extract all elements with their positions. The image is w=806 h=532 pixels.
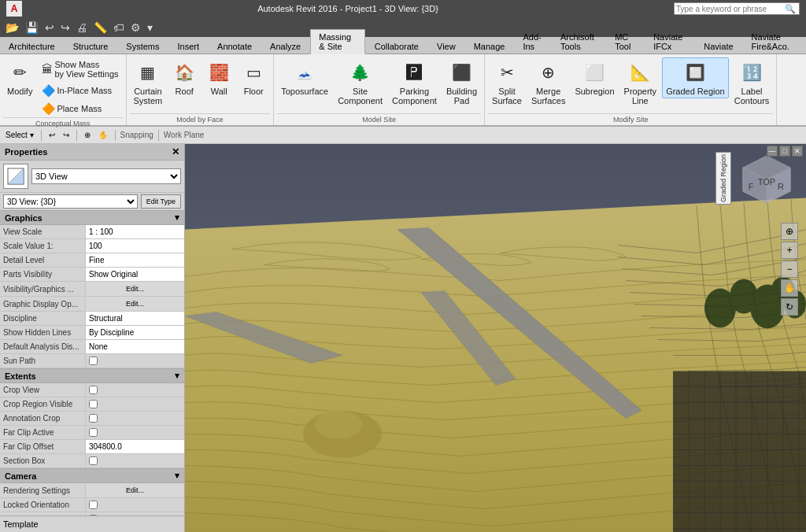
prop-detail-level: Detail Level Fine <box>0 253 184 268</box>
tab-add-ins[interactable]: Add-Ins <box>514 29 551 54</box>
tab-architecture[interactable]: Architecture <box>0 39 64 54</box>
label-contours-btn[interactable]: 🔢 LabelContours <box>730 57 774 108</box>
curtain-system-btn[interactable]: ▦ CurtainSystem <box>130 57 167 108</box>
crop-region-visible-checkbox[interactable] <box>89 400 98 408</box>
section-graphics[interactable]: Graphics ▾ <box>0 210 184 225</box>
tab-collaborate[interactable]: Collaborate <box>366 39 427 54</box>
tab-view[interactable]: View <box>428 39 464 54</box>
modify-icon: ✏ <box>7 60 32 85</box>
viewport-minimize-btn[interactable]: — <box>767 146 778 157</box>
rendering-settings-btn[interactable]: Edit... <box>86 483 184 497</box>
tab-systems[interactable]: Systems <box>117 39 168 54</box>
tab-naviate-ifcx[interactable]: Naviate IFCx <box>645 29 694 54</box>
roof-btn[interactable]: 🏠 Roof <box>168 57 201 98</box>
floor-btn[interactable]: ▭ Floor <box>237 57 270 98</box>
section-extents[interactable]: Extents ▾ <box>0 368 184 383</box>
tab-archisoft[interactable]: Archisoft Tools <box>552 29 605 54</box>
edit-type-btn[interactable]: Edit Type <box>141 194 181 209</box>
viewport-restore-btn[interactable]: □ <box>779 146 790 157</box>
merge-surfaces-btn[interactable]: ⊕ MergeSurfaces <box>527 57 569 108</box>
tab-naviate-fire[interactable]: Naviate Fire&Aco. <box>743 29 805 54</box>
far-clip-active-checkbox[interactable] <box>89 428 98 437</box>
cmd-redo[interactable]: ↪ <box>61 130 72 140</box>
prop-view-scale: View Scale 1 : 100 <box>0 225 184 239</box>
view-type-row: 3D View: {3D} Edit Type <box>0 192 184 210</box>
graded-region-btn[interactable]: 🔲 Graded Region <box>662 57 729 98</box>
qa-undo-btn[interactable]: ↩ <box>43 20 57 35</box>
subregion-btn[interactable]: ⬜ Subregion <box>571 57 618 98</box>
tab-annotate[interactable]: Annotate <box>209 39 261 54</box>
annotation-crop-checkbox[interactable] <box>89 414 98 423</box>
section-camera[interactable]: Camera ▾ <box>0 468 184 483</box>
qa-dropdown-btn[interactable]: ▾ <box>145 20 155 35</box>
qa-print-btn[interactable]: 🖨 <box>74 20 90 35</box>
zoom-to-fit-btn[interactable]: ⊕ <box>781 223 798 240</box>
tab-structure[interactable]: Structure <box>65 39 117 54</box>
locked-orientation-checkbox[interactable] <box>89 501 98 509</box>
command-bar: Select ▾ ↩ ↪ ⊕ ✋ Snapping Work Plane <box>0 127 806 144</box>
tab-analyze[interactable]: Analyze <box>261 39 309 54</box>
zoom-in-btn[interactable]: + <box>781 242 798 259</box>
in-place-mass-btn[interactable]: 🔷 In-Place Mass <box>38 82 122 99</box>
subregion-icon: ⬜ <box>582 60 607 85</box>
cmd-undo[interactable]: ↩ <box>46 130 57 140</box>
split-surface-btn[interactable]: ✂ SplitSurface <box>488 57 526 108</box>
search-icon: 🔍 <box>785 4 796 14</box>
tab-naviate[interactable]: Naviate <box>695 39 741 54</box>
section-collapse-icon: ▾ <box>175 212 179 223</box>
tab-insert[interactable]: Insert <box>169 39 209 54</box>
view-name-select[interactable]: 3D View <box>31 168 181 184</box>
svg-text:R: R <box>778 182 784 191</box>
wall-icon: 🧱 <box>206 60 231 85</box>
parking-component-btn[interactable]: 🅿 ParkingComponent <box>388 57 441 108</box>
pan-btn[interactable]: ✋ <box>781 279 798 297</box>
qa-redo-btn[interactable]: ↪ <box>58 20 72 35</box>
app-logo[interactable]: A <box>6 1 22 17</box>
tab-mc-tool[interactable]: MC Tool <box>606 29 644 54</box>
qa-save-btn[interactable]: 💾 <box>23 20 41 35</box>
place-mass-btn[interactable]: 🔶 Place Mass <box>38 100 122 117</box>
sun-path-checkbox[interactable] <box>89 357 98 365</box>
parking-component-icon: 🅿 <box>401 60 427 85</box>
label-contours-icon: 🔢 <box>739 60 764 85</box>
search-input[interactable] <box>675 3 785 14</box>
select-btn[interactable]: Select ▾ <box>3 130 36 140</box>
qa-tag-btn[interactable]: 🏷 <box>111 20 127 35</box>
crop-view-checkbox[interactable] <box>89 386 98 394</box>
cmd-snap: Snapping <box>120 131 153 139</box>
camera-collapse-icon: ▾ <box>175 471 179 481</box>
cmd-pan[interactable]: ✋ <box>96 130 110 140</box>
prop-graphic-display: Graphic Display Op... Edit... <box>0 297 184 312</box>
section-box-checkbox[interactable] <box>89 456 98 465</box>
ribbon-group-conceptual-mass: ✏ Modify 🏛 Show Massby View Settings 🔷 I… <box>0 54 127 125</box>
view-type-select[interactable]: 3D View: {3D} <box>3 194 138 209</box>
modify-btn[interactable]: ✏ Modify <box>3 57 36 98</box>
property-line-icon: 📐 <box>627 60 653 85</box>
nav-cube[interactable]: TOP R F <box>735 152 798 215</box>
building-pad-btn[interactable]: ⬛ BuildingPad <box>442 57 481 108</box>
show-mass-btn[interactable]: 🏛 Show Massby View Settings <box>38 57 122 81</box>
orbit-btn[interactable]: ↻ <box>781 298 798 316</box>
visibility-edit-btn[interactable]: Edit... <box>86 282 184 296</box>
qa-measure-btn[interactable]: 📏 <box>91 20 109 35</box>
viewport[interactable]: Graded Region TOP R F — □ ✕ ⊕ + <box>185 144 806 532</box>
qa-settings-btn[interactable]: ⚙ <box>128 20 143 35</box>
search-box[interactable]: 🔍 <box>674 2 800 15</box>
qa-open-btn[interactable]: 📂 <box>3 20 21 35</box>
prop-discipline: Discipline Structural <box>0 312 184 326</box>
graphic-display-edit-btn[interactable]: Edit... <box>86 297 184 311</box>
floor-icon: ▭ <box>241 60 266 85</box>
panel-close-btn[interactable]: ✕ <box>172 146 179 157</box>
zoom-out-btn[interactable]: − <box>781 260 798 278</box>
wall-btn[interactable]: 🧱 Wall <box>202 57 235 98</box>
tab-massing-site[interactable]: Massing & Site <box>310 29 365 54</box>
viewport-close-btn[interactable]: ✕ <box>792 146 803 157</box>
tab-manage[interactable]: Manage <box>465 39 514 54</box>
property-line-btn[interactable]: 📐 PropertyLine <box>620 57 661 108</box>
graded-region-icon: 🔲 <box>682 60 708 85</box>
site-component-btn[interactable]: 🌲 SiteComponent <box>334 57 386 108</box>
cmd-zoom[interactable]: ⊕ <box>82 130 93 140</box>
toposurface-btn[interactable]: 🗻 Toposurface <box>277 57 332 98</box>
extents-collapse-icon: ▾ <box>175 371 179 381</box>
window-title: Autodesk Revit 2016 - Project1 - 3D View… <box>22 4 674 13</box>
